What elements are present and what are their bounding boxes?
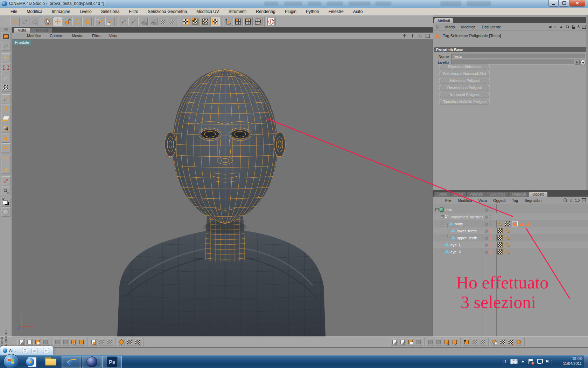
network-icon[interactable] xyxy=(537,359,542,364)
taskbar-photoshop-button[interactable]: Ps xyxy=(102,356,122,368)
dot-orange-icon[interactable] xyxy=(463,339,470,346)
dimmed-tools-icon[interactable] xyxy=(1,42,11,51)
livello-pick-icon[interactable] xyxy=(580,60,586,65)
taskbar-cinema4d-button[interactable] xyxy=(82,356,102,368)
section-header[interactable]: Proprietà Base xyxy=(434,47,587,52)
deseleziona-poligoni-button[interactable]: Deseleziona Poligoni xyxy=(439,85,490,90)
checker-flag-icon[interactable] xyxy=(106,339,113,346)
vp-menu-camere[interactable]: Camere xyxy=(50,34,63,38)
material-balls-tag-icon[interactable] xyxy=(505,236,510,240)
checker-brush2-icon[interactable] xyxy=(499,339,506,346)
history-forward-icon[interactable]: ▶ xyxy=(554,25,557,29)
dodge-tool-icon[interactable] xyxy=(1,143,11,152)
brush-tool-icon[interactable] xyxy=(1,94,11,103)
new-panel-icon[interactable]: + xyxy=(582,25,586,29)
polygon-object-icon[interactable] xyxy=(445,243,449,246)
viewport-grip[interactable] xyxy=(16,33,19,38)
rotate-view-icon[interactable] xyxy=(418,34,422,38)
lock-icon[interactable] xyxy=(572,25,575,29)
toolbar-grip[interactable] xyxy=(4,19,6,24)
render-visibility-dots[interactable] xyxy=(490,236,491,240)
gradient-icon[interactable] xyxy=(1,124,11,133)
polygon-object-icon[interactable] xyxy=(449,222,453,225)
layer-up-icon[interactable] xyxy=(54,339,61,346)
volume-icon[interactable] xyxy=(546,359,552,364)
new-layer-icon[interactable] xyxy=(391,339,398,346)
text-tool-icon[interactable]: T xyxy=(1,155,11,164)
ripristina-visibilita-button[interactable]: Ripristina Visibilità Poligoni xyxy=(439,99,490,104)
polygon-object-icon[interactable] xyxy=(445,250,449,253)
material-balls-tag-icon[interactable] xyxy=(497,222,503,226)
vp-menu-modifica[interactable]: Modifica xyxy=(27,34,41,38)
layer-down-icon[interactable] xyxy=(62,339,69,346)
seleziona-poligoni-button[interactable]: Seleziona Poligoni xyxy=(439,78,490,83)
floating-restore-button[interactable]: ❐ xyxy=(22,348,28,353)
live-selection-icon[interactable] xyxy=(43,17,52,26)
menu-file[interactable]: File xyxy=(10,9,17,14)
nascondi-poligoni-button[interactable]: Nascondi Poligoni xyxy=(439,92,490,97)
delete-selection-icon[interactable] xyxy=(18,339,25,346)
attr-menu-modo[interactable]: Modo xyxy=(445,25,455,29)
tree-row-lower-teeth[interactable]: lower_teeth xyxy=(433,227,588,234)
close-button[interactable]: ✕ xyxy=(569,0,585,7)
clone-brush-icon[interactable] xyxy=(119,17,128,26)
subdivision-object-icon[interactable]: 1⁰ xyxy=(445,214,448,218)
taskbar-ie-button[interactable]: e xyxy=(62,356,81,368)
show-desktop-button[interactable] xyxy=(584,355,588,368)
uvw-checker-tag-icon[interactable] xyxy=(497,242,503,247)
drag-layer-icon[interactable]: ↳ xyxy=(443,339,450,346)
fold-icon[interactable] xyxy=(427,339,434,346)
tree-row-eye-r[interactable]: eye_R xyxy=(433,248,588,255)
language-indicator[interactable]: IT xyxy=(503,359,507,363)
vp-menu-filtro[interactable]: Filtro xyxy=(92,34,100,38)
checker-brush-icon[interactable] xyxy=(126,339,133,346)
taskbar-clock[interactable]: 18:03 11/04/2011 xyxy=(563,356,582,366)
vp-menu-vista[interactable]: Vista xyxy=(109,34,117,38)
material-balls-tag-icon[interactable] xyxy=(505,243,510,247)
menu-modifica[interactable]: Modifica xyxy=(27,9,42,14)
menu-seleziona-geometria[interactable]: Seleziona Geometria xyxy=(148,9,187,14)
select-brush-icon[interactable] xyxy=(70,339,77,346)
title-bar[interactable]: CINEMA 4D Studio - [prova_testa_bodypain… xyxy=(0,0,588,8)
obj-menu-file[interactable]: File xyxy=(445,198,451,203)
rect-selection-icon[interactable] xyxy=(1,63,11,72)
redo-icon[interactable] xyxy=(20,17,29,26)
checker-x2-icon[interactable]: x xyxy=(507,339,514,346)
checker-dim-icon[interactable] xyxy=(471,339,478,346)
tab-texture[interactable]: Texture xyxy=(31,28,52,33)
menu-modifica-uv[interactable]: Modifica UV xyxy=(196,9,219,14)
unfold-icon[interactable] xyxy=(435,339,442,346)
redo-document-icon[interactable] xyxy=(30,17,39,26)
diamond-square-icon[interactable] xyxy=(118,339,125,346)
menu-strumenti[interactable]: Strumenti xyxy=(229,9,246,14)
tree-row-lisa[interactable]: Lisa xyxy=(433,206,588,213)
action-center-icon[interactable]: ✕ xyxy=(528,359,533,364)
tab-pennelli[interactable]: Pennelli xyxy=(467,192,486,197)
uvw-checker-tag-icon[interactable] xyxy=(505,221,510,226)
checker-x-icon[interactable]: x xyxy=(134,339,141,346)
tree-row-smoothed-meshes[interactable]: 1⁰ smoothed_meshes xyxy=(433,213,588,220)
disabled-selection-icon[interactable] xyxy=(42,339,49,346)
tree-row-upper-teeth[interactable]: upper_teeth xyxy=(433,234,588,241)
vp-menu-mostra[interactable]: Mostra xyxy=(72,34,84,38)
obj-menu-tag[interactable]: Tag xyxy=(512,198,518,203)
selection-tag-icon[interactable] xyxy=(520,222,524,226)
editor-visibility-dot[interactable] xyxy=(485,251,488,254)
material-balls-tag-icon[interactable] xyxy=(505,229,510,233)
render-visibility-dots[interactable] xyxy=(490,214,491,219)
scale-tool-icon[interactable] xyxy=(63,17,72,26)
render-visibility-dots[interactable] xyxy=(490,250,491,254)
tab-attributi[interactable]: Attributi xyxy=(434,18,453,23)
obj-menu-vista[interactable]: Vista xyxy=(478,198,487,203)
duplicate-layer-icon[interactable] xyxy=(407,339,414,346)
obj-menu-segnalibri[interactable]: Segnalibri xyxy=(524,198,541,203)
axis-lock-icon[interactable] xyxy=(82,17,92,26)
tab-oggetti[interactable]: Oggetti xyxy=(529,192,547,197)
grid-bar-icon[interactable] xyxy=(243,17,253,26)
diamond-pair-icon[interactable] xyxy=(491,339,498,346)
selection-tag-active-icon[interactable] xyxy=(512,221,518,226)
pan-view-icon[interactable] xyxy=(402,34,407,38)
clone-brush-icon[interactable] xyxy=(158,17,167,26)
tab-vista[interactable]: Vista xyxy=(14,28,30,33)
editor-visibility-dot[interactable] xyxy=(485,244,488,247)
